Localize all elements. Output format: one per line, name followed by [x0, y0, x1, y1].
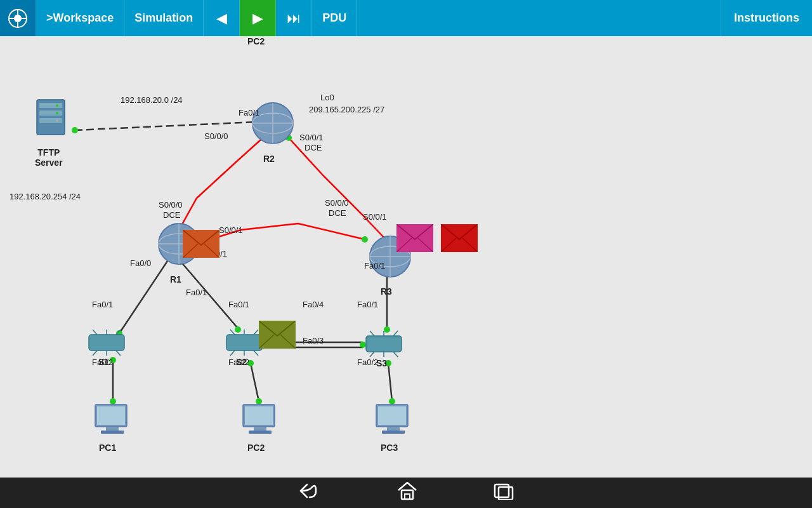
svg-rect-40 — [39, 118, 62, 123]
r1-dce-label: DCE — [163, 210, 180, 220]
svg-rect-87 — [387, 427, 400, 431]
svg-rect-84 — [249, 431, 272, 434]
back-button[interactable]: ◀ — [204, 0, 240, 36]
svg-line-74 — [370, 352, 374, 357]
pc2-label: PC2 — [247, 36, 265, 46]
r1-s000-label: S0/0/0 — [159, 200, 183, 210]
switch-s2[interactable] — [225, 328, 263, 359]
simulation-button[interactable]: Simulation — [124, 0, 204, 36]
svg-line-64 — [230, 330, 235, 335]
s2-fa02-label: Fa0/2 — [228, 358, 249, 367]
net-label-r2-tftp: 192.168.20.0 /24 — [121, 95, 183, 105]
r3-s001-label: S0/0/1 — [363, 212, 387, 222]
svg-line-6 — [75, 122, 257, 130]
tftp-server[interactable] — [32, 97, 70, 144]
svg-line-67 — [230, 351, 235, 356]
svg-rect-39 — [39, 110, 62, 116]
r2-s001-label: S0/0/1 — [299, 133, 324, 142]
lo0-label: Lo0 — [320, 93, 334, 102]
svg-rect-38 — [39, 103, 62, 108]
pc3-label: PC3 — [381, 443, 398, 453]
svg-line-66 — [254, 330, 258, 335]
toolbar: >Workspace Simulation ◀ ▶ ⏭ PDU Instruct… — [0, 0, 812, 36]
svg-rect-78 — [97, 406, 125, 425]
workspace-button[interactable]: >Workspace — [36, 0, 124, 36]
svg-rect-86 — [378, 406, 406, 425]
r3-dce-label: DCE — [329, 208, 346, 218]
pdu-button[interactable]: PDU — [312, 0, 357, 36]
svg-line-14 — [388, 363, 392, 401]
pc1-label: PC1 — [99, 443, 116, 453]
svg-line-59 — [116, 330, 121, 335]
svg-point-1 — [14, 15, 22, 22]
pc2-label-text: PC2 — [247, 443, 265, 453]
svg-line-62 — [116, 351, 121, 356]
r3-label: R3 — [381, 286, 392, 297]
svg-line-71 — [370, 331, 374, 336]
pdu-envelope-r1[interactable] — [183, 230, 219, 260]
r1-s001-label: S0/0/1 — [219, 225, 243, 235]
logo-button[interactable] — [0, 0, 36, 36]
svg-point-42 — [56, 112, 58, 114]
r1-fa01-label: Fa0/1 — [186, 288, 207, 297]
s2-fa03-label: Fa0/3 — [303, 336, 324, 345]
svg-point-15 — [72, 127, 78, 133]
tftp-ip-label: 192.168.20.254 /24 — [10, 192, 81, 201]
svg-rect-82 — [245, 406, 273, 425]
r1-fa00-label: Fa0/0 — [130, 258, 151, 268]
svg-rect-63 — [226, 335, 262, 351]
pdu-envelope-s2[interactable] — [259, 321, 296, 351]
s1-fa02-label: Fa0/2 — [92, 358, 113, 367]
nav-home-button[interactable] — [397, 481, 417, 504]
switch-s1[interactable] — [88, 328, 126, 359]
step-button[interactable]: ⏭ — [276, 0, 312, 36]
pdu-envelope-r3-red[interactable] — [441, 224, 478, 255]
r3-fa01-label: Fa0/1 — [364, 261, 385, 271]
s1-fa01-label: Fa0/1 — [92, 300, 113, 309]
r3-s000-label: S0/0/0 — [325, 198, 349, 208]
switch-s3[interactable] — [365, 330, 403, 361]
svg-line-60 — [93, 351, 97, 356]
pc2[interactable] — [240, 401, 281, 442]
svg-rect-70 — [366, 336, 402, 352]
play-button[interactable]: ▶ — [240, 0, 276, 36]
lo0-ip-label: 209.165.200.225 /27 — [309, 105, 384, 114]
svg-line-73 — [393, 331, 398, 336]
s2-fa04-label: Fa0/4 — [303, 300, 324, 309]
svg-rect-80 — [101, 431, 124, 434]
pc1[interactable] — [92, 401, 133, 442]
pc3[interactable] — [373, 401, 414, 442]
s2-fa01-label: Fa0/1 — [228, 300, 249, 309]
svg-point-41 — [56, 104, 58, 107]
r1-label: R1 — [170, 274, 181, 284]
r2-dce-label: DCE — [304, 143, 322, 152]
s3-fa01-label: Fa0/1 — [357, 300, 378, 309]
instructions-button[interactable]: Instructions — [721, 0, 812, 36]
nav-back-button[interactable] — [298, 482, 321, 504]
svg-point-43 — [56, 119, 58, 122]
svg-line-13 — [251, 363, 259, 401]
router-r2[interactable] — [249, 100, 297, 150]
nav-recents-button[interactable] — [494, 482, 514, 504]
pdu-envelope-r3-pink[interactable] — [396, 224, 433, 255]
r2-label: R2 — [263, 154, 275, 164]
tftp-label: TFTPServer — [35, 147, 63, 168]
svg-rect-88 — [382, 431, 405, 434]
svg-rect-79 — [106, 427, 119, 431]
svg-line-69 — [254, 351, 258, 356]
network-canvas: TFTPServer 192.168.20.254 /24 R2 R1 R3 — [0, 36, 812, 478]
s3-fa02-label: Fa0/2 — [357, 358, 378, 367]
svg-line-57 — [93, 330, 97, 335]
svg-line-76 — [393, 352, 398, 357]
r2-fa01-label: Fa0/1 — [239, 108, 259, 117]
bottom-nav — [0, 478, 812, 508]
svg-rect-56 — [89, 335, 124, 351]
svg-rect-83 — [254, 427, 266, 431]
r2-s000-label: S0/0/0 — [204, 131, 228, 141]
